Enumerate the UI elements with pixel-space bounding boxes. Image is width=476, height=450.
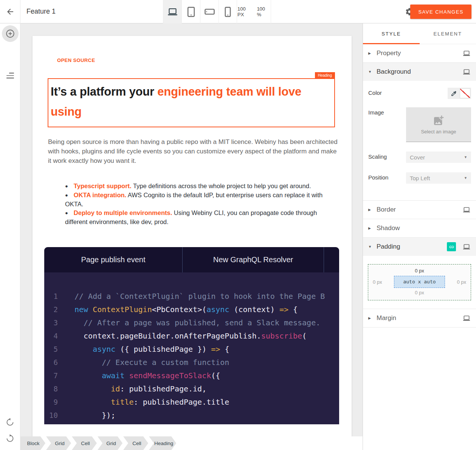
kicker-text[interactable]: OPEN SOURCE [57,57,352,63]
arrow-back-icon [6,7,15,16]
list-item[interactable]: ●Typescript support. Type definitions ac… [65,182,330,191]
laptop-icon [167,8,178,16]
code-editor-body: 1// Add a `ContextPlugin` plugin to hook… [44,272,339,424]
laptop-icon[interactable] [463,315,470,321]
code-tab-new-graphql-resolver[interactable]: New GraphQL Resolver [183,247,324,272]
code-line: 10 }); [44,409,339,422]
tab-element[interactable]: ELEMENT [420,23,476,44]
no-color-swatch[interactable] [460,88,470,98]
add-element-button[interactable] [2,25,19,42]
line-number: 7 [44,369,58,382]
section-property: ▶ Property [363,44,476,63]
breadcrumb-item-grid-1[interactable]: Grid [46,436,71,450]
padding-box-diagram: 0 px 0 px auto x auto 0 px 0 px [368,264,471,300]
line-number: 6 [44,356,58,369]
laptop-icon[interactable] [463,207,470,213]
padding-size-input[interactable]: auto x auto [394,276,445,288]
undo-button[interactable] [6,418,14,428]
section-border-header[interactable]: ▶ Border [363,201,476,219]
page-document: OPEN SOURCE Heading It’s a platform your… [33,36,352,450]
section-background-header[interactable]: ▼ Background [363,63,476,81]
list-item[interactable]: ●Deploy to multiple environments. Using … [65,209,330,226]
padding-top-value[interactable]: 0 px [373,267,466,275]
section-margin: ▶ Margin [363,309,476,328]
editor-canvas: OPEN SOURCE Heading It’s a platform your… [20,23,363,450]
back-button[interactable] [0,0,20,23]
line-number: 3 [44,316,58,329]
breadcrumb-item-cell-4[interactable]: Cell [123,436,148,450]
tab-style[interactable]: STYLE [363,23,420,44]
intro-paragraph[interactable]: Being open source is more than having a … [48,137,338,165]
redo-button[interactable] [6,434,14,444]
padding-left-value[interactable]: 0 px [373,279,390,285]
code-text: async ({ publishedPage }) => { [58,343,229,356]
line-number: 10 [44,409,58,422]
laptop-icon[interactable] [463,244,470,250]
breadcrumb-item-grid-3[interactable]: Grid [98,436,122,450]
tablet-landscape-preview-button[interactable] [200,0,219,23]
laptop-icon[interactable] [463,51,470,56]
link-sides-toggle[interactable] [447,242,456,251]
line-number: 4 [44,329,58,343]
chevron-down-icon: ▼ [464,155,467,159]
navigator-button[interactable] [6,73,14,80]
code-text: context.pageBuilder.onAfterPagePublish.s… [58,329,307,343]
navigator-icon [9,73,14,74]
laptop-icon[interactable] [463,69,470,75]
chevron-right-icon: ▶ [368,208,373,212]
section-background: ▼ Background Color Image [363,63,476,201]
code-tab-page-publish-event[interactable]: Page publish event [44,247,183,272]
chevron-down-icon: ▼ [368,245,373,249]
code-line: 5 async ({ publishedPage }) => { [44,343,339,356]
heading-text[interactable]: It’s a platform your engineering team wi… [51,82,331,122]
chevron-down-icon: ▼ [368,70,373,74]
line-number: 1 [44,290,58,303]
breadcrumb-item-cell-2[interactable]: Cell [72,436,97,450]
code-line: 6 // Execute a custom function [44,356,339,369]
chevron-right-icon: ▶ [368,226,373,230]
position-select[interactable]: Top Left ▼ [406,172,471,184]
feature-bullet-list[interactable]: ●Typescript support. Type definitions ac… [65,182,330,226]
background-color-row: Color [368,88,471,99]
breadcrumb-item-block-0[interactable]: Block [20,436,45,450]
zoom-indicator[interactable]: 100 PX 100 % [237,0,271,23]
line-number: 2 [44,303,58,316]
tablet-preview-button[interactable] [181,0,200,23]
chevron-right-icon: ▶ [368,316,373,320]
background-scaling-row: Scaling Cover ▼ [368,152,471,163]
zoom-px-value: 100 PX [237,6,253,17]
redo-icon [6,434,14,443]
code-text: id: publishedPage.id, [58,382,206,396]
section-padding: ▼ Padding 0 px 0 px auto x auto 0 px 0 p… [363,238,476,309]
save-changes-button[interactable]: SAVE CHANGES [410,5,471,19]
list-item[interactable]: ●OKTA integration. AWS Cognito is the de… [65,191,330,209]
padding-bottom-value[interactable]: 0 px [373,289,466,297]
scaling-select[interactable]: Cover ▼ [406,152,471,163]
code-line: 3 // After a page was published, send a … [44,316,339,329]
code-line: 7 await sendMessageToSlack({ [44,369,339,382]
section-property-header[interactable]: ▶ Property [363,44,476,62]
panel-tab-bar: STYLE ELEMENT [363,23,476,44]
padding-right-value[interactable]: 0 px [449,279,466,285]
eyedropper-button[interactable] [448,88,459,98]
selected-heading-element[interactable]: Heading It’s a platform your engineering… [48,78,335,127]
mobile-preview-button[interactable] [219,0,237,23]
line-number: 11 [44,422,58,424]
code-text: new ContextPlugin<PbContext>(async (cont… [58,303,298,316]
bullet-icon: ● [65,192,68,198]
top-toolbar: Feature 1 100 PX [0,0,476,23]
code-image-block[interactable]: Page publish event New GraphQL Resolver … [44,247,339,424]
desktop-preview-button[interactable] [163,0,181,23]
mobile-icon [225,7,231,17]
code-line: 2new ContextPlugin<PbContext>(async (con… [44,303,339,316]
code-line: 9 title: publishedPage.title [44,396,339,409]
code-text: // Add a `ContextPlugin` plugin to hook … [58,290,325,303]
plus-circle-icon [5,29,15,39]
bullet-icon: ● [65,210,68,216]
select-image-dropzone[interactable]: Select an image [406,107,471,142]
section-margin-header[interactable]: ▶ Margin [363,309,476,327]
breadcrumb-item-heading-5[interactable]: Heading [149,436,176,450]
section-shadow-header[interactable]: ▶ Shadow [363,219,476,237]
color-picker-group [448,88,471,99]
section-padding-header[interactable]: ▼ Padding [363,238,476,256]
